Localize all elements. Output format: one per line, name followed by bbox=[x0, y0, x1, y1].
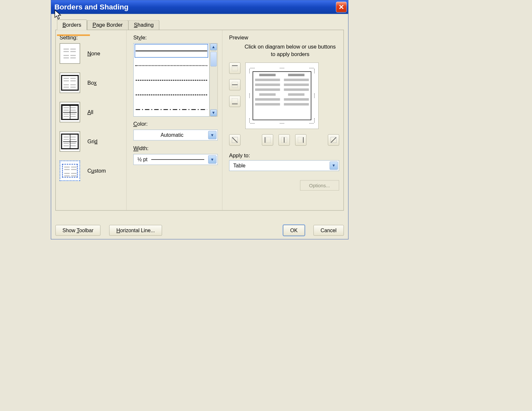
active-tab-accent bbox=[57, 35, 90, 36]
style-item-solid[interactable] bbox=[136, 45, 207, 57]
border-left-button[interactable] bbox=[262, 135, 273, 146]
svg-line-7 bbox=[232, 137, 237, 143]
svg-rect-5 bbox=[232, 99, 238, 103]
border-top-icon bbox=[232, 65, 238, 72]
preview-table-icon bbox=[252, 71, 311, 120]
svg-rect-9 bbox=[266, 137, 270, 143]
preview-diagram[interactable] bbox=[245, 63, 319, 129]
width-label: Width: bbox=[133, 145, 218, 152]
width-value: ½ pt bbox=[136, 157, 147, 163]
diagonal-up-icon bbox=[330, 137, 337, 143]
preview-column: Preview Click on diagram below or use bu… bbox=[222, 30, 343, 210]
scroll-up-button[interactable]: ▲ bbox=[210, 44, 217, 50]
ok-button[interactable]: OK bbox=[283, 225, 305, 236]
svg-rect-13 bbox=[298, 137, 302, 143]
close-button[interactable]: ✕ bbox=[336, 2, 347, 12]
svg-rect-10 bbox=[284, 137, 284, 143]
chevron-down-icon: ▼ bbox=[208, 131, 217, 139]
preview-hint: Click on diagram below or use buttons to… bbox=[244, 43, 337, 58]
client-area: Borders Page Border Shading Setting: Non… bbox=[51, 14, 348, 239]
border-inside-vertical-button[interactable] bbox=[279, 135, 290, 146]
border-diagonal-up-button[interactable] bbox=[328, 135, 339, 146]
style-item-dashed-medium[interactable] bbox=[136, 74, 207, 86]
svg-rect-4 bbox=[232, 104, 238, 104]
options-button: Options... bbox=[300, 180, 339, 191]
setting-option-custom[interactable]: Custom bbox=[60, 161, 125, 181]
style-scrollbar[interactable]: ▲ ▼ bbox=[209, 43, 218, 117]
setting-custom-icon bbox=[60, 161, 80, 181]
border-diagonal-down-button[interactable] bbox=[229, 135, 240, 146]
border-right-button[interactable] bbox=[295, 135, 307, 146]
style-list-inner bbox=[133, 43, 209, 117]
svg-rect-0 bbox=[232, 65, 238, 66]
border-top-button[interactable] bbox=[229, 63, 240, 74]
tab-shading[interactable]: Shading bbox=[128, 20, 159, 31]
svg-rect-12 bbox=[303, 137, 304, 143]
apply-to-combobox[interactable]: Table ▼ bbox=[229, 160, 339, 171]
style-item-dashed-long[interactable] bbox=[136, 89, 207, 101]
chevron-down-icon: ▼ bbox=[208, 155, 217, 164]
setting-option-none[interactable]: None bbox=[60, 43, 125, 64]
setting-all-icon bbox=[60, 102, 80, 122]
svg-rect-8 bbox=[265, 137, 265, 143]
preview-grid bbox=[229, 63, 339, 129]
border-inside-vertical-icon bbox=[281, 137, 287, 143]
tab-panel: Setting: None Box All Grid bbox=[55, 30, 344, 211]
tab-borders[interactable]: Borders bbox=[57, 20, 87, 30]
svg-line-15 bbox=[331, 137, 336, 143]
setting-grid-icon bbox=[60, 131, 80, 152]
close-icon: ✕ bbox=[338, 3, 344, 11]
style-item-dotted[interactable] bbox=[136, 60, 207, 71]
style-item-dash-dot[interactable] bbox=[136, 104, 207, 115]
border-left-icon bbox=[264, 137, 271, 143]
window-title: Borders and Shading bbox=[54, 3, 129, 11]
cancel-button[interactable]: Cancel bbox=[313, 225, 344, 236]
setting-option-box[interactable]: Box bbox=[60, 73, 125, 93]
width-combobox[interactable]: ½ pt ▼ bbox=[133, 154, 218, 165]
scroll-down-button[interactable]: ▼ bbox=[210, 109, 217, 116]
setting-box-label: Box bbox=[87, 80, 96, 86]
preview-bottom-buttons bbox=[229, 135, 339, 146]
titlebar: Borders and Shading ✕ bbox=[51, 0, 348, 14]
border-inside-horizontal-button[interactable] bbox=[229, 79, 240, 91]
setting-box-icon bbox=[60, 73, 80, 93]
footer-buttons: Show Toolbar Horizontal Line... OK Cance… bbox=[55, 225, 344, 236]
style-listbox[interactable]: ▲ ▼ bbox=[133, 43, 218, 117]
apply-to-value: Table bbox=[232, 163, 245, 169]
setting-all-label: All bbox=[87, 109, 93, 116]
tabstrip: Borders Page Border Shading bbox=[57, 19, 344, 30]
color-value: Automatic bbox=[136, 132, 208, 138]
diagonal-down-icon bbox=[232, 137, 238, 143]
svg-rect-1 bbox=[232, 67, 238, 71]
horizontal-line-button[interactable]: Horizontal Line... bbox=[109, 225, 162, 236]
tab-page-border[interactable]: Page Border bbox=[87, 20, 128, 31]
color-label: Color: bbox=[133, 121, 218, 127]
setting-option-grid[interactable]: Grid bbox=[60, 131, 125, 152]
style-column: Style: ▲ ▼ Color: bbox=[126, 30, 222, 210]
setting-none-icon bbox=[60, 43, 80, 64]
border-right-icon bbox=[297, 137, 304, 143]
setting-option-all[interactable]: All bbox=[60, 102, 125, 122]
setting-grid-label: Grid bbox=[87, 138, 97, 145]
border-bottom-icon bbox=[232, 98, 238, 105]
border-inside-horizontal-icon bbox=[232, 82, 238, 88]
border-bottom-button[interactable] bbox=[229, 96, 240, 107]
style-label: Style: bbox=[133, 35, 218, 41]
apply-to-label: Apply to: bbox=[229, 152, 339, 159]
preview-label: Preview bbox=[229, 35, 339, 41]
show-toolbar-button[interactable]: Show Toolbar bbox=[55, 225, 101, 236]
scroll-thumb[interactable] bbox=[210, 52, 217, 66]
borders-shading-dialog: Borders and Shading ✕ Borders Page Borde… bbox=[51, 0, 349, 239]
preview-side-buttons bbox=[229, 63, 240, 129]
width-sample-line bbox=[151, 159, 204, 160]
setting-none-label: None bbox=[87, 50, 100, 57]
color-combobox[interactable]: Automatic ▼ bbox=[133, 130, 218, 140]
svg-rect-2 bbox=[232, 85, 238, 85]
setting-column: Setting: None Box All Grid bbox=[56, 30, 127, 210]
chevron-down-icon: ▼ bbox=[329, 162, 338, 170]
setting-custom-label: Custom bbox=[87, 168, 106, 174]
